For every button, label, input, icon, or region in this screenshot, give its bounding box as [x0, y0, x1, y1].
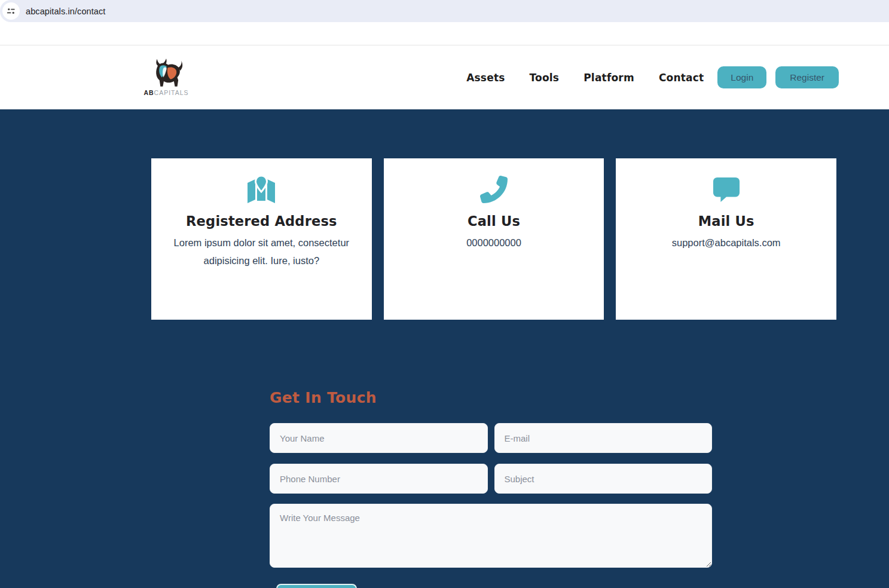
card-text: support@abcapitals.com	[616, 234, 836, 252]
site-header: ABCAPITALS Assets Tools Platform Contact…	[0, 45, 889, 109]
browser-url-bar[interactable]: abcapitals.in/contact	[0, 0, 889, 22]
contact-page-body: Registered Address Lorem ipsum dolor sit…	[0, 109, 889, 588]
login-button[interactable]: Login	[717, 66, 766, 88]
card-title: Call Us	[384, 213, 604, 229]
brand-name-light: CAPITALS	[154, 89, 189, 96]
site-settings-button[interactable]	[2, 2, 20, 20]
card-title: Registered Address	[151, 213, 372, 229]
nav-item-assets[interactable]: Assets	[466, 72, 505, 84]
brand-logo[interactable]: ABCAPITALS	[146, 59, 186, 96]
brand-name-bold: AB	[143, 89, 154, 96]
header-spacer	[0, 22, 889, 45]
chat-bubble-icon	[713, 176, 740, 203]
tune-icon	[7, 7, 16, 16]
map-location-icon	[246, 175, 276, 204]
url-text[interactable]: abcapitals.in/contact	[26, 7, 106, 16]
card-text: 0000000000	[384, 234, 604, 252]
card-title: Mail Us	[616, 213, 836, 229]
register-button[interactable]: Register	[775, 66, 839, 88]
nav-item-platform[interactable]: Platform	[583, 72, 634, 84]
main-nav: Assets Tools Platform Contact Login Regi…	[466, 66, 839, 88]
phone-input[interactable]	[270, 464, 488, 494]
message-textarea[interactable]	[270, 504, 712, 568]
name-input[interactable]	[270, 423, 488, 453]
bull-logo-icon	[149, 59, 184, 88]
send-message-button[interactable]	[276, 584, 357, 588]
contact-form: Get In Touch	[270, 389, 712, 588]
email-input[interactable]	[494, 423, 713, 453]
nav-item-tools[interactable]: Tools	[530, 72, 560, 84]
subject-input[interactable]	[494, 464, 713, 494]
phone-icon	[480, 176, 508, 203]
brand-name: ABCAPITALS	[143, 89, 188, 96]
mail-us-card: Mail Us support@abcapitals.com	[616, 158, 836, 320]
nav-item-contact[interactable]: Contact	[659, 72, 704, 84]
card-text: Lorem ipsum dolor sit amet, consectetur …	[151, 234, 372, 270]
contact-cards-row: Registered Address Lorem ipsum dolor sit…	[151, 158, 836, 320]
call-us-card: Call Us 0000000000	[384, 158, 604, 320]
registered-address-card: Registered Address Lorem ipsum dolor sit…	[151, 158, 372, 320]
get-in-touch-heading: Get In Touch	[270, 389, 712, 406]
